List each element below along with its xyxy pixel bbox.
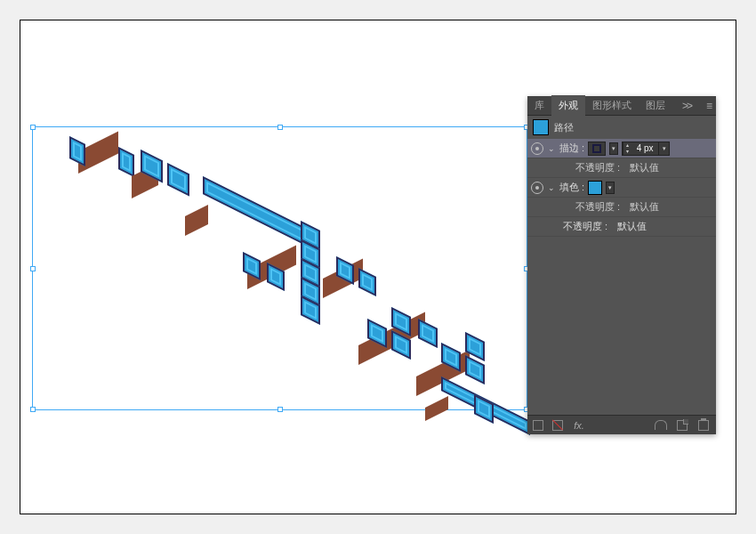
new-item-icon[interactable]	[675, 419, 689, 432]
document-frame: 库 外观 图形样式 图层 >> ≡ 路径 ⌄ 描边 : ▾ ▴▾ 4 px ▾	[20, 20, 736, 514]
opacity-row[interactable]: 不透明度 : 默认值	[527, 217, 716, 237]
object-thumbnail	[533, 119, 549, 135]
tab-graphic-styles[interactable]: 图形样式	[585, 95, 639, 116]
appearance-list: ⌄ 描边 : ▾ ▴▾ 4 px ▾ 不透明度 : 默认值 ⌄ 填色 :	[527, 139, 716, 237]
stroke-opacity-row[interactable]: 不透明度 : 默认值	[527, 158, 716, 178]
stroke-opacity-value: 默认值	[630, 161, 659, 174]
visibility-toggle-icon[interactable]	[531, 182, 543, 194]
panel-menu-icon[interactable]: ≡	[701, 97, 716, 115]
tab-library[interactable]: 库	[527, 95, 551, 116]
stroke-weight-value: 4 px	[631, 143, 658, 153]
object-type-label: 路径	[554, 121, 574, 134]
handle-ml[interactable]	[30, 266, 36, 271]
canvas-artwork[interactable]	[69, 127, 559, 457]
no-selection-icon[interactable]	[551, 419, 565, 432]
panel-expand-icon[interactable]: >>	[677, 97, 696, 115]
fill-color-swatch[interactable]	[588, 181, 602, 195]
visibility-toggle-icon[interactable]	[531, 142, 543, 155]
fill-opacity-label: 不透明度 :	[575, 200, 620, 214]
fill-row[interactable]: ⌄ 填色 : ▾	[527, 178, 716, 198]
fx-button[interactable]: fx.	[572, 419, 586, 432]
appearance-panel: 库 外观 图形样式 图层 >> ≡ 路径 ⌄ 描边 : ▾ ▴▾ 4 px ▾	[527, 96, 716, 434]
chevron-down-icon[interactable]: ⌄	[547, 144, 556, 153]
handle-bl[interactable]	[30, 407, 36, 412]
stroke-weight-dropdown[interactable]: ▾	[658, 142, 669, 155]
stroke-opacity-label: 不透明度 :	[575, 161, 620, 174]
tab-appearance[interactable]: 外观	[551, 95, 585, 116]
stepper-down-icon[interactable]: ▾	[623, 149, 631, 155]
fill-opacity-row[interactable]: 不透明度 : 默认值	[527, 198, 716, 217]
selected-object-row: 路径	[527, 116, 716, 139]
opacity-value: 默认值	[617, 220, 647, 233]
trash-icon[interactable]	[696, 419, 711, 432]
clear-appearance-icon[interactable]	[654, 419, 668, 432]
handle-tl[interactable]	[30, 125, 36, 130]
stroke-color-dropdown[interactable]: ▾	[609, 142, 618, 155]
stroke-row[interactable]: ⌄ 描边 : ▾ ▴▾ 4 px ▾	[527, 139, 716, 158]
stroke-label: 描边 :	[559, 142, 584, 155]
panel-footer: fx.	[527, 415, 716, 434]
stroke-weight-input[interactable]: ▴▾ 4 px ▾	[622, 142, 670, 156]
opacity-label: 不透明度 :	[563, 220, 607, 233]
toggle-rule-icon[interactable]	[533, 420, 543, 431]
fill-color-dropdown[interactable]: ▾	[606, 182, 615, 194]
stepper-up-icon[interactable]: ▴	[623, 142, 631, 149]
stroke-color-swatch[interactable]	[588, 142, 606, 156]
fill-label: 填色 :	[559, 181, 584, 194]
tab-layers[interactable]: 图层	[639, 95, 672, 116]
chevron-down-icon[interactable]: ⌄	[547, 183, 556, 192]
fill-opacity-value: 默认值	[630, 200, 659, 214]
panel-tabs: 库 外观 图形样式 图层 >> ≡	[527, 96, 716, 116]
